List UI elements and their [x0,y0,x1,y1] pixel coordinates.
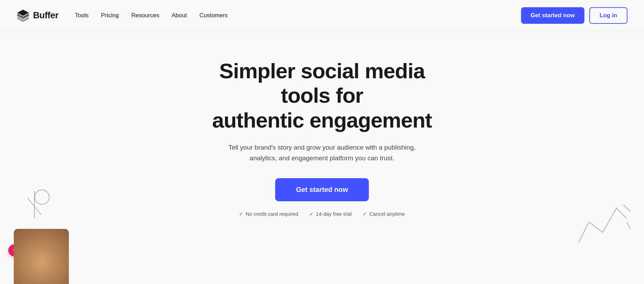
nav-item-about[interactable]: About [172,12,187,19]
navbar-right: Get started now Log in [521,7,627,24]
svg-line-6 [627,222,630,229]
nav-item-tools[interactable]: Tools [75,12,89,19]
brand-name: Buffer [33,10,59,21]
nav-login-button[interactable]: Log in [589,7,627,24]
nav-get-started-button[interactable]: Get started now [521,7,584,24]
navbar: Buffer Tools Pricing Resources About Cus… [0,0,644,31]
check-icon-trial: ✓ [309,211,314,217]
hero-badge-no-cc: ✓ No credit card required [239,211,298,217]
photo-thumb-inner [14,229,69,284]
sketch-lines-right [575,201,630,250]
check-icon-cancel: ✓ [363,211,367,217]
hero-section: ❤ 10k Simpler social media tools for aut… [0,31,644,284]
hero-badges: ✓ No credit card required ✓ 14-day free … [239,211,405,217]
nav-link-pricing[interactable]: Pricing [101,12,119,19]
nav-links: Tools Pricing Resources About Customers [75,12,228,19]
nav-item-resources[interactable]: Resources [131,12,159,19]
hero-badge-cancel: ✓ Cancel anytime [363,211,405,217]
navbar-left: Buffer Tools Pricing Resources About Cus… [17,9,228,22]
hero-title: Simpler social media tools for authentic… [198,59,446,132]
check-icon-no-cc: ✓ [239,211,243,217]
nav-item-customers[interactable]: Customers [199,12,228,19]
hero-get-started-button[interactable]: Get started now [275,178,368,201]
badge-text-cancel: Cancel anytime [369,211,405,217]
nav-item-pricing[interactable]: Pricing [101,12,119,19]
badge-text-no-cc: No credit card required [246,211,298,217]
nav-link-resources[interactable]: Resources [131,12,159,19]
nav-link-customers[interactable]: Customers [199,12,228,19]
photo-thumbnail [14,229,69,284]
nav-link-tools[interactable]: Tools [75,12,89,19]
hero-subtitle: Tell your brand's story and grow your au… [219,142,425,164]
logo-link[interactable]: Buffer [17,9,59,22]
badge-text-trial: 14-day free trial [316,211,352,217]
hero-badge-trial: ✓ 14-day free trial [309,211,352,217]
nav-link-about[interactable]: About [172,12,187,19]
svg-line-5 [623,205,630,212]
buffer-logo-icon [17,9,30,22]
sketch-lines-left [21,187,48,229]
